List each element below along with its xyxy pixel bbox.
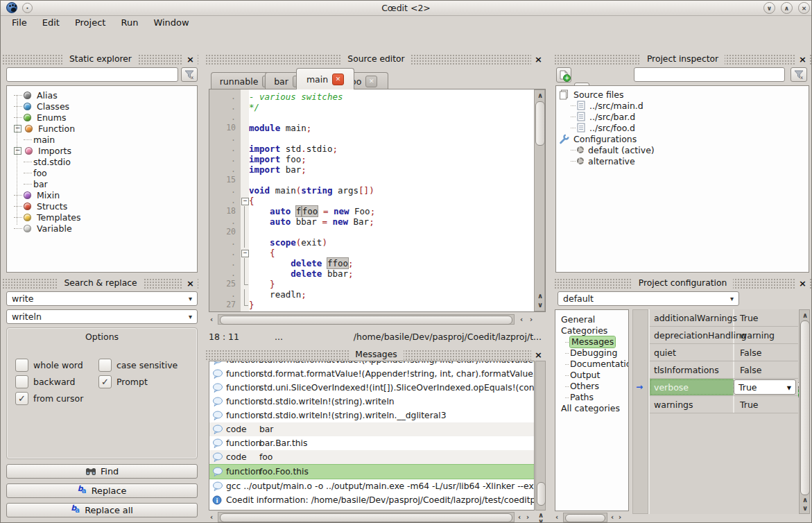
tree-item-enums[interactable]: Enums: [7, 112, 197, 123]
tree-item-imports[interactable]: −Imports: [7, 145, 197, 156]
project-tree-item--src-bar-d[interactable]: ../src/bar.d: [556, 111, 809, 122]
category-others[interactable]: Others: [555, 381, 628, 392]
message-row[interactable]: codefoo: [209, 450, 534, 464]
scroll-left-icon[interactable]: ‹: [518, 514, 521, 521]
fold-gutter[interactable]: [241, 144, 249, 154]
checkbox-Prompt[interactable]: ✓Prompt: [98, 375, 148, 388]
static-explorer-close-icon[interactable]: ×: [183, 54, 198, 65]
message-row[interactable]: functionfoo.Foo.this: [209, 464, 534, 479]
editor-vscrollbar[interactable]: ∧ ∧ ∨: [534, 89, 545, 311]
scroll-down-icon[interactable]: ∨: [538, 518, 544, 523]
code-line[interactable]: .*/: [209, 102, 545, 112]
project-tree-item--src-main-d[interactable]: ../src/main.d: [556, 100, 809, 111]
tree-item-foo[interactable]: foo: [7, 167, 197, 178]
message-row[interactable]: functionbar.Bar.this: [209, 436, 534, 450]
fold-gutter[interactable]: [241, 289, 249, 300]
scroll-right-icon[interactable]: ›: [619, 514, 621, 521]
properties-vscroll-thumb[interactable]: [800, 320, 810, 495]
tab-close-icon[interactable]: ✕: [332, 74, 344, 85]
fold-gutter[interactable]: [241, 92, 249, 102]
code-line[interactable]: .−{: [209, 196, 545, 206]
code-line[interactable]: .: [209, 133, 545, 144]
category-general-categories[interactable]: General Categories: [555, 314, 616, 336]
category-output[interactable]: Output: [555, 370, 628, 381]
checkbox-whole-word[interactable]: whole word: [15, 359, 83, 372]
scroll-left-icon[interactable]: ‹: [210, 316, 213, 323]
code-line[interactable]: . scope(exit): [209, 237, 545, 248]
category-messages[interactable]: Messages: [555, 336, 628, 348]
symbol-filter-clear-button[interactable]: x: [181, 67, 198, 82]
fold-gutter[interactable]: [241, 175, 249, 185]
message-row[interactable]: iCoedit information: /home/basile/Dev/pa…: [209, 493, 534, 507]
project-tree-item--src-foo-d[interactable]: ../src/foo.d: [556, 122, 809, 133]
checkbox-case-sensitive[interactable]: case sensitive: [98, 359, 178, 372]
code-line[interactable]: .void main(string args[]): [209, 185, 545, 196]
code-line[interactable]: .- various switches: [209, 92, 545, 102]
editor-vscroll-thumb[interactable]: [535, 101, 545, 146]
scroll-down-icon[interactable]: ∨: [537, 302, 543, 309]
fold-gutter[interactable]: [241, 102, 249, 112]
fold-gutter[interactable]: [241, 300, 249, 310]
property-row-tlsInformations[interactable]: tlsInformationsFalse: [650, 361, 798, 379]
scroll-left-icon[interactable]: ‹: [210, 514, 213, 521]
messages-hscroll-thumb[interactable]: [220, 513, 512, 522]
fold-gutter[interactable]: [241, 154, 249, 164]
tree-item-bar[interactable]: bar: [7, 178, 197, 189]
inspector-filter-input[interactable]: [634, 67, 785, 82]
fold-gutter[interactable]: [241, 268, 249, 279]
code-line[interactable]: .import std.stdio;: [209, 144, 545, 154]
scroll-left-icon[interactable]: ‹: [611, 514, 614, 521]
code-line[interactable]: . auto bbar = new Bar;: [209, 216, 545, 227]
tree-item-templates[interactable]: Templates: [7, 212, 197, 223]
tree-item-main[interactable]: main: [7, 134, 197, 145]
message-row[interactable]: gcc ../output/main.o -o ../output/main.e…: [209, 479, 534, 493]
scroll-up-icon[interactable]: ∧: [537, 92, 543, 99]
collapse-icon[interactable]: −: [14, 125, 21, 132]
scroll-up-icon[interactable]: ∧: [537, 293, 543, 300]
tab-main[interactable]: main✕: [296, 68, 354, 89]
categories-hscrollbar[interactable]: ‹ ‹ ›: [555, 513, 629, 522]
scroll-right-icon[interactable]: ›: [526, 514, 529, 521]
scroll-left-icon[interactable]: ‹: [555, 514, 558, 521]
fold-gutter[interactable]: −: [241, 196, 249, 206]
add-source-button[interactable]: +: [556, 67, 571, 83]
messages-vscrollbar[interactable]: [535, 361, 546, 511]
scroll-down-icon[interactable]: ∨: [802, 505, 808, 512]
editor-hscrollbar[interactable]: ‹ ‹ ›: [209, 314, 546, 325]
code-line[interactable]: 10module main;: [209, 123, 545, 133]
project-configuration-close-icon[interactable]: ×: [795, 278, 810, 289]
code-line[interactable]: 15: [209, 175, 545, 185]
editor-hscroll-thumb[interactable]: [220, 316, 512, 325]
inspector-filter-clear-button[interactable]: x: [791, 67, 807, 82]
fold-gutter[interactable]: [241, 237, 249, 248]
fold-gutter[interactable]: [241, 227, 249, 237]
replace-all-button[interactable]: b a Replace all: [6, 503, 198, 517]
scroll-left-icon[interactable]: ‹: [520, 316, 523, 323]
code-editor[interactable]: .- various switches.*/.10module main;..i…: [209, 89, 546, 312]
configuration-combobox[interactable]: default ▾: [558, 291, 739, 306]
scroll-up-icon[interactable]: ∧: [802, 497, 808, 504]
message-row[interactable]: functionstd.stdio.writeln!(string).write…: [209, 409, 534, 422]
category-all-categories[interactable]: All categories: [555, 403, 628, 414]
code-line[interactable]: . delete bbar;: [209, 268, 545, 279]
messages-vscroll-thumb[interactable]: [537, 482, 546, 506]
search-replace-close-icon[interactable]: ×: [183, 278, 198, 289]
properties-vscrollbar[interactable]: ∧ ∧ ∨: [799, 309, 810, 514]
tab-close-icon[interactable]: ✕: [365, 76, 377, 87]
fold-gutter[interactable]: [241, 279, 249, 289]
property-row-depreciationHandling[interactable]: depreciationHandlingwarning: [650, 327, 798, 344]
replace-term-combobox[interactable]: writeln ▾: [6, 309, 198, 324]
source-editor-close-icon[interactable]: ×: [531, 54, 546, 65]
code-line[interactable]: 27}: [209, 300, 545, 310]
code-line[interactable]: .import foo;: [209, 154, 545, 164]
project-tree-item-configurations[interactable]: Configurations: [556, 133, 809, 144]
menu-item-file[interactable]: File: [4, 16, 35, 29]
replace-button[interactable]: b a Replace: [6, 483, 198, 498]
fold-gutter[interactable]: [241, 164, 249, 175]
menu-item-project[interactable]: Project: [67, 16, 113, 29]
fold-gutter[interactable]: [241, 112, 249, 123]
fold-gutter[interactable]: [241, 133, 249, 144]
shade-button[interactable]: ∨: [763, 2, 775, 14]
project-inspector-close-icon[interactable]: ×: [795, 54, 810, 65]
fold-gutter[interactable]: [241, 185, 249, 196]
